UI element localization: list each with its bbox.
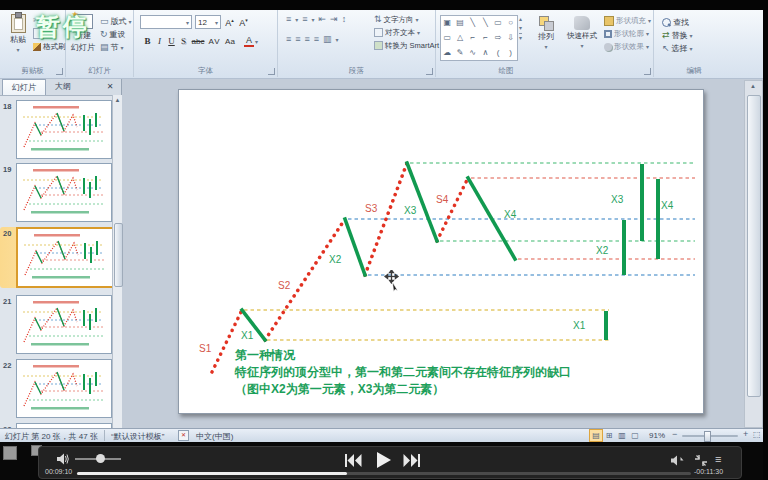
scroll-up-icon[interactable]: ▲ — [745, 83, 761, 89]
select-button[interactable]: ↖ 选择 ▾ — [662, 42, 693, 55]
convert-smartart-button[interactable]: 转换为 SmartArt ▾ — [374, 39, 444, 52]
grow-font-button[interactable]: A▴ — [224, 17, 235, 28]
zoom-out-button[interactable]: − — [672, 429, 677, 439]
shape-icon[interactable]: ) — [509, 47, 512, 59]
volume-icon[interactable] — [56, 453, 70, 465]
zoom-slider[interactable] — [682, 435, 738, 437]
paste-button[interactable]: 粘贴 ▾ — [5, 14, 31, 53]
shrink-font-button[interactable]: A▾ — [238, 17, 249, 28]
scroll-up-icon[interactable]: ▲ — [113, 95, 122, 105]
section-button[interactable]: ▤ 节 ▾ — [100, 41, 132, 54]
playlist-icon[interactable]: ≡ — [715, 454, 721, 465]
justify-icon[interactable]: ≡ — [314, 35, 319, 44]
shape-icon[interactable]: ▭ — [494, 17, 502, 29]
shape-icon[interactable]: ⇩ — [507, 32, 514, 44]
layout-button[interactable]: ▭ 版式 ▾ — [100, 15, 132, 28]
text-shadow-button[interactable]: S — [178, 36, 189, 46]
gallery-up-icon[interactable]: ▴ — [519, 15, 522, 22]
sidebar-scrollbar[interactable]: ▲ — [112, 95, 122, 428]
align-center-icon[interactable]: ≡ — [295, 35, 300, 44]
shape-icon[interactable]: ( — [497, 47, 500, 59]
increase-indent-icon[interactable]: ⇥ — [330, 15, 338, 24]
next-button[interactable] — [403, 454, 420, 467]
change-case-button[interactable]: Aa — [223, 37, 237, 46]
strikethrough-button[interactable]: abc — [190, 37, 206, 46]
shape-icon[interactable]: ╲ — [483, 17, 488, 29]
shape-icon[interactable]: ○ — [508, 17, 513, 29]
shape-icon[interactable]: ⌐ — [470, 32, 475, 44]
slide-thumbnail-19[interactable]: 19 — [0, 163, 112, 224]
font-color-button[interactable]: A — [244, 35, 254, 47]
thumbnail-preview[interactable] — [16, 227, 112, 288]
previous-button[interactable] — [345, 454, 362, 467]
columns-icon[interactable]: ▥ — [323, 35, 332, 44]
align-left-icon[interactable]: ≡ — [286, 35, 291, 44]
shrink-screen-icon[interactable] — [695, 455, 707, 466]
bullets-icon[interactable]: ≡ — [286, 15, 291, 24]
zoom-slider-knob[interactable] — [704, 431, 711, 442]
italic-button[interactable]: I — [154, 36, 165, 46]
shape-fill-button[interactable]: 形状填充 ▾ — [604, 14, 651, 27]
shape-icon[interactable]: ✎ — [457, 47, 464, 59]
view-sorter-button[interactable]: ⊞ — [603, 430, 615, 441]
shape-outline-button[interactable]: 形状轮廓 ▾ — [604, 27, 651, 40]
font-name-select[interactable]: ▾ — [140, 15, 192, 29]
volume-boost-icon[interactable] — [671, 455, 684, 466]
dialog-launcher-icon[interactable] — [426, 68, 433, 75]
slide-thumbnail-22[interactable]: 22 — [0, 359, 112, 420]
arrange-button[interactable]: 排列 ▾ — [531, 16, 561, 50]
shape-icon[interactable]: △ — [457, 32, 463, 44]
seek-bar[interactable] — [77, 472, 691, 475]
align-right-icon[interactable]: ≡ — [305, 35, 310, 44]
shape-icon[interactable]: ▭ — [444, 32, 452, 44]
scrollbar-thumb[interactable] — [747, 95, 761, 397]
shape-icon[interactable]: ╲ — [470, 17, 475, 29]
dialog-launcher-icon[interactable] — [56, 68, 63, 75]
dialog-launcher-icon[interactable] — [644, 68, 651, 75]
thumbnail-preview[interactable] — [16, 295, 112, 354]
spellcheck-icon[interactable]: ✕ — [178, 430, 189, 441]
volume-slider-knob[interactable] — [96, 454, 105, 463]
close-icon[interactable]: ✕ — [103, 79, 117, 94]
shapes-gallery[interactable]: ▣▤╲╲▭○▭△⌐⌐⇨⇩☁✎∿∧() — [440, 15, 518, 61]
fit-to-window-button[interactable]: ⬚ — [753, 430, 761, 439]
find-button[interactable]: 查找 — [662, 16, 693, 29]
slide-thumbnail-20[interactable]: 20 — [0, 227, 112, 288]
slide-canvas[interactable]: S1 S2 S3 S4 X1 X2 X3 X4 X1 X2 X3 X4 第一种情… — [178, 89, 704, 414]
shape-effects-button[interactable]: 形状效果 ▾ — [604, 40, 651, 53]
thumbnail-preview[interactable] — [16, 163, 112, 222]
language-indicator[interactable]: 中文(中国) — [196, 431, 233, 442]
shape-icon[interactable]: ☁ — [443, 47, 451, 59]
tab-outline[interactable]: 大纲 — [46, 79, 80, 94]
text-direction-button[interactable]: ⇅ 文字方向 ▾ — [374, 13, 444, 26]
reset-button[interactable]: ↻ 重设 — [100, 28, 132, 41]
replace-button[interactable]: ⇄ 替换 ▾ — [662, 29, 693, 42]
line-spacing-icon[interactable]: ↕ — [342, 15, 347, 24]
scrollbar-thumb[interactable] — [114, 223, 123, 287]
gallery-down-icon[interactable]: ▾ — [519, 24, 522, 31]
quick-styles-button[interactable]: 快速样式 ▾ — [563, 16, 601, 49]
shape-icon[interactable]: ∧ — [482, 47, 488, 59]
shape-icon[interactable]: ∿ — [469, 47, 476, 59]
zoom-in-button[interactable]: + — [743, 429, 748, 439]
shape-icon[interactable]: ▤ — [456, 17, 464, 29]
shape-icon[interactable]: ⇨ — [495, 32, 502, 44]
play-button[interactable] — [377, 452, 391, 468]
numbering-icon[interactable]: ≡ — [302, 15, 307, 24]
decrease-indent-icon[interactable]: ⇤ — [319, 15, 327, 24]
font-size-select[interactable]: 12▾ — [195, 15, 221, 29]
thumbnail-preview[interactable] — [16, 100, 112, 159]
character-spacing-button[interactable]: AV — [207, 37, 222, 46]
align-text-button[interactable]: 对齐文本 ▾ — [374, 26, 444, 39]
gallery-more-icon[interactable]: ▾ — [519, 33, 522, 41]
view-slideshow-button[interactable]: ▢ — [629, 430, 641, 441]
shape-icon[interactable]: ▣ — [444, 17, 452, 29]
view-normal-button[interactable]: ▤ — [589, 429, 603, 442]
dialog-launcher-icon[interactable] — [268, 68, 275, 75]
canvas-scrollbar[interactable]: ▲ — [744, 80, 763, 428]
tab-slides[interactable]: 幻灯片 — [2, 79, 46, 95]
slide-thumbnail-21[interactable]: 21 — [0, 295, 112, 356]
thumbnail-preview[interactable] — [16, 359, 112, 418]
shape-icon[interactable]: ⌐ — [483, 32, 488, 44]
view-reading-button[interactable]: ▥ — [616, 430, 628, 441]
